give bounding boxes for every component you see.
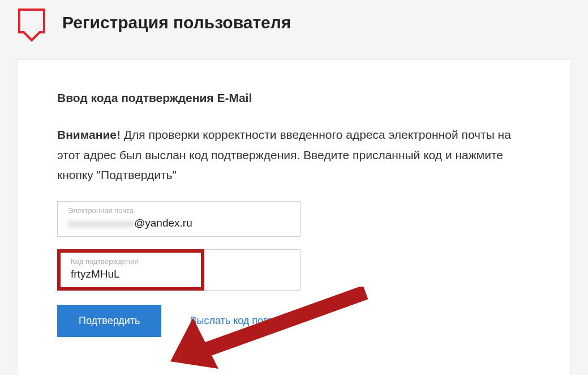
code-field-right[interactable] bbox=[204, 249, 301, 291]
mosru-logo-icon bbox=[17, 8, 46, 42]
info-text-body: Для проверки корректности введенного адр… bbox=[57, 128, 511, 181]
code-field-label: Код подтверждения bbox=[71, 257, 195, 266]
email-field-value: xxxxxxxxxxxxx@yandex.ru bbox=[68, 217, 290, 229]
section-title: Ввод кода подтверждения E-Mail bbox=[57, 91, 531, 105]
email-field-wrapper: Электронная почта xxxxxxxxxxxxx@yandex.r… bbox=[57, 201, 301, 237]
page-header: Регистрация пользователя bbox=[0, 0, 588, 59]
code-field-left[interactable]: Код подтверждения bbox=[61, 253, 201, 287]
confirm-button[interactable]: Подтвердить bbox=[57, 305, 161, 337]
page-title: Регистрация пользователя bbox=[62, 13, 291, 32]
email-visible-part: @yandex.ru bbox=[134, 217, 192, 229]
email-field[interactable]: Электронная почта xxxxxxxxxxxxx@yandex.r… bbox=[57, 201, 301, 237]
email-blurred-part: xxxxxxxxxxxxx bbox=[68, 219, 134, 229]
content-panel: Ввод кода подтверждения E-Mail Внимание!… bbox=[17, 59, 571, 375]
resend-link[interactable]: Выслать код повторно bbox=[190, 315, 295, 327]
attention-label: Внимание! bbox=[57, 128, 121, 141]
code-highlight-annotation: Код подтверждения bbox=[57, 249, 204, 291]
actions-row: Подтвердить Выслать код повторно bbox=[57, 305, 531, 337]
info-text: Внимание! Для проверки корректности введ… bbox=[57, 125, 531, 185]
code-input[interactable] bbox=[71, 268, 195, 280]
code-field-wrapper: Код подтверждения bbox=[57, 249, 301, 291]
email-field-label: Электронная почта bbox=[68, 206, 290, 215]
